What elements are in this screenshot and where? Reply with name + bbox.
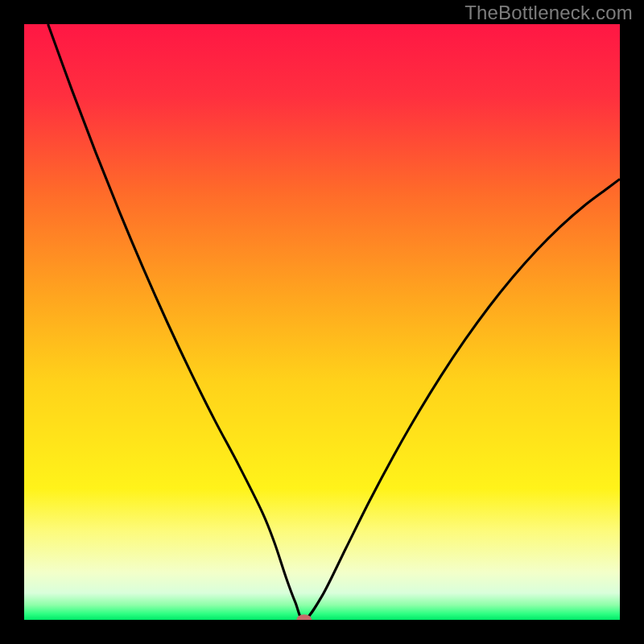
chart-frame: TheBottleneck.com: [0, 0, 644, 644]
watermark-text: TheBottleneck.com: [464, 2, 633, 24]
bottleneck-chart: [24, 24, 620, 620]
gradient-background: [24, 24, 620, 620]
